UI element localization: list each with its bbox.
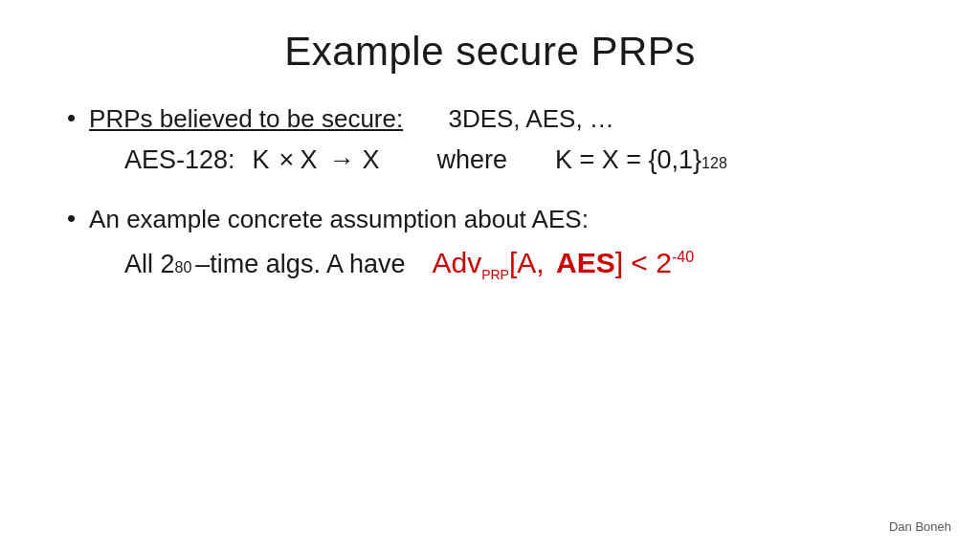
prps-believed-label: PRPs believed to be secure: [89, 104, 403, 133]
bullet-2-marker: • [67, 204, 76, 233]
aes-k: K [253, 145, 270, 175]
prps-examples: 3DES, AES, … [448, 104, 613, 133]
lt-symbol: ] < 2 [615, 247, 672, 278]
where-word: where [436, 145, 507, 175]
bullet-1-content: PRPs believed to be secure: 3DES, AES, … [89, 104, 614, 133]
bullet-2-section: • An example concrete assumption about A… [67, 202, 913, 236]
bullet-1-marker: • [67, 103, 76, 133]
adv-red: AdvPRP[A, AES] < 2-40 [432, 247, 694, 279]
content-area: • PRPs believed to be secure: 3DES, AES,… [67, 101, 913, 279]
aes-prefix: AES-128: [124, 145, 235, 175]
all-prefix: All 2 [124, 250, 175, 279]
sub-prp: PRP [481, 267, 509, 282]
footer-author: Dan Boneh [889, 519, 951, 534]
assumption-line: All 2 80 –time algs. A have AdvPRP[A, AE… [124, 247, 913, 279]
bullet-1-text: PRPs believed to be secure: 3DES, AES, … [89, 101, 614, 136]
exp-neg40: -40 [672, 249, 694, 265]
aes-equals: K = X = {0,1} [555, 145, 702, 175]
bullet-2-text: An example concrete assumption about AES… [89, 202, 589, 236]
time-algs: –time algs. A have [195, 250, 405, 279]
slide-title: Example secure PRPs [67, 29, 913, 75]
aes-math-line: AES-128: K × X → X where K = X = {0,1} 1… [124, 145, 913, 175]
arrow-symbol: → [328, 145, 354, 175]
bullet-1-section: • PRPs believed to be secure: 3DES, AES,… [67, 101, 913, 136]
slide: Example secure PRPs • PRPs believed to b… [0, 0, 980, 551]
aes-x2: X [362, 145, 379, 175]
adv-text: Adv [432, 247, 481, 278]
times-symbol: × [279, 145, 295, 175]
aes-bold: AES [556, 247, 615, 278]
bracket-open: [A, [509, 247, 545, 278]
aes-x1: X [300, 145, 317, 175]
